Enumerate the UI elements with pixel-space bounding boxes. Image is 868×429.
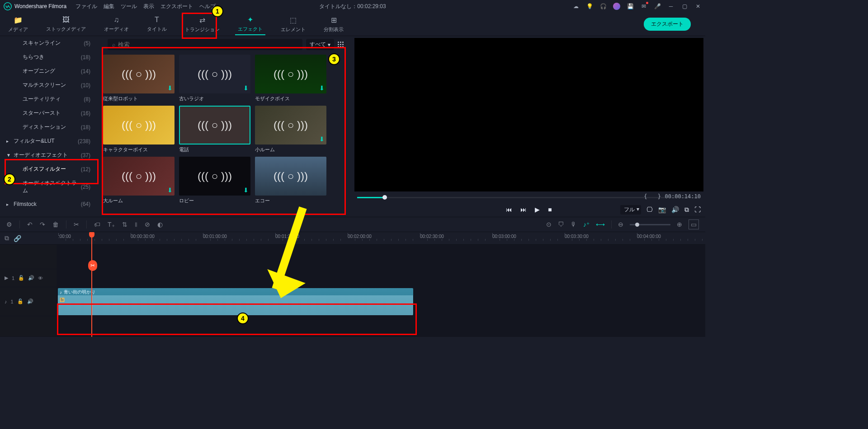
- timeline-ruler[interactable]: :00:0000:00:30:0000:01:00:0000:01:30:000…: [57, 232, 705, 244]
- tab-media[interactable]: 📁メディア: [5, 14, 31, 35]
- playhead[interactable]: [91, 232, 92, 337]
- download-icon[interactable]: ⬇: [243, 187, 249, 194]
- effect-thumb[interactable]: ((( ○ )))⬇ロビー: [179, 157, 250, 204]
- fit-icon[interactable]: ▭: [689, 219, 699, 229]
- mail-icon[interactable]: ✉: [640, 3, 647, 10]
- sidebar-item[interactable]: スターバースト(16): [0, 106, 99, 120]
- avatar-icon[interactable]: [613, 3, 620, 10]
- sidebar-item[interactable]: フィルター&LUT(238): [0, 134, 99, 148]
- bars-icon[interactable]: ⦀: [135, 221, 137, 228]
- delete-button[interactable]: 🗑: [52, 221, 59, 228]
- effect-thumb[interactable]: ((( ○ )))キャラクターボイス: [103, 106, 175, 153]
- effect-thumb[interactable]: ((( ○ )))エコー: [255, 157, 326, 204]
- fullscreen-icon[interactable]: ⛶: [694, 206, 701, 213]
- search-input[interactable]: ⌕: [108, 39, 302, 50]
- video-track-body[interactable]: [57, 269, 705, 287]
- sidebar-item[interactable]: ボイスフィルター(12): [0, 162, 99, 176]
- minimize-button[interactable]: ─: [667, 3, 675, 10]
- color-icon[interactable]: ◐: [157, 221, 163, 228]
- tag-icon[interactable]: 🏷: [94, 221, 100, 228]
- prev-frame-button[interactable]: ⏮: [506, 206, 512, 213]
- effect-thumb[interactable]: ((( ○ )))電話: [179, 106, 250, 153]
- camera-icon[interactable]: 📷: [658, 206, 666, 213]
- effect-sidebar[interactable]: スキャンライン(5)ちらつき(18)オープニング(14)マルチスクリーン(10)…: [0, 36, 99, 217]
- monitor-icon[interactable]: 🖵: [646, 206, 653, 213]
- undo-button[interactable]: ↶: [27, 221, 33, 228]
- menu-view[interactable]: 表示: [143, 3, 154, 10]
- effect-thumb[interactable]: ((( ○ )))⬇モザイクボイス: [255, 55, 326, 102]
- sidebar-item[interactable]: ユーティリティ(8): [0, 92, 99, 106]
- text-add-icon[interactable]: T₊: [108, 221, 115, 228]
- sidebar-item[interactable]: ディストーション(18): [0, 120, 99, 134]
- mute-icon[interactable]: 🔊: [28, 275, 34, 281]
- sidebar-item[interactable]: Filmstock(64): [0, 198, 99, 210]
- headset-icon[interactable]: 🎧: [599, 3, 607, 10]
- menu-tools[interactable]: ツール: [121, 3, 137, 10]
- tab-title[interactable]: Tタイトル: [144, 14, 170, 34]
- audio-clip[interactable]: ♪青い街の明かり fx: [58, 288, 413, 315]
- cut-button[interactable]: ✂: [74, 221, 79, 228]
- menu-export[interactable]: エクスポート: [160, 3, 193, 10]
- zoom-in-button[interactable]: ⊕: [677, 221, 682, 228]
- speed-icon[interactable]: ⊘: [145, 221, 150, 228]
- volume-icon[interactable]: 🔊: [671, 206, 679, 213]
- effect-thumb[interactable]: ((( ○ )))⬇従来型ロボット: [103, 55, 175, 102]
- sidebar-item[interactable]: スキャンライン(5): [0, 36, 99, 50]
- stop-button[interactable]: ■: [548, 206, 552, 213]
- menu-edit[interactable]: 編集: [104, 3, 114, 10]
- download-icon[interactable]: ⬇: [319, 135, 325, 143]
- sidebar-item[interactable]: ちらつき(18): [0, 50, 99, 64]
- zoom-out-button[interactable]: ⊖: [618, 221, 623, 228]
- search-field[interactable]: [118, 41, 298, 48]
- zoom-slider[interactable]: [630, 224, 670, 225]
- cloud-icon[interactable]: ☁: [572, 3, 580, 10]
- save-icon[interactable]: 💾: [627, 3, 634, 10]
- tab-effect[interactable]: ✦エフェクト: [235, 14, 265, 35]
- mic-icon[interactable]: 🎤: [654, 3, 661, 10]
- mute2-icon[interactable]: 🔊: [27, 298, 33, 304]
- bulb-icon[interactable]: 💡: [586, 3, 593, 10]
- audio-track-body[interactable]: ♪青い街の明かり fx: [57, 287, 705, 316]
- next-frame-button[interactable]: ⏭: [520, 206, 527, 213]
- grid-view-icon[interactable]: [338, 42, 344, 47]
- shield-icon[interactable]: ⛉: [558, 221, 564, 228]
- quality-dropdown[interactable]: フル: [620, 205, 641, 214]
- tab-stock[interactable]: 🖼ストックメディア: [43, 14, 89, 34]
- close-button[interactable]: ✕: [694, 3, 702, 10]
- effect-thumb[interactable]: ((( ○ )))⬇古いラジオ: [179, 55, 250, 102]
- export-button[interactable]: エクスポート: [644, 18, 691, 31]
- scissor-marker[interactable]: ✂: [88, 260, 97, 271]
- download-icon[interactable]: ⬇: [319, 84, 325, 92]
- lock-icon[interactable]: 🔓: [18, 275, 24, 281]
- sidebar-item[interactable]: オーディオエフェクト(37): [0, 148, 99, 162]
- target-icon[interactable]: ⊙: [546, 221, 552, 228]
- tab-split[interactable]: ⊞分割表示: [321, 14, 346, 35]
- maximize-button[interactable]: ▢: [681, 3, 688, 10]
- tab-audio[interactable]: ♫オーディオ: [101, 14, 132, 34]
- filter-dropdown[interactable]: すべて▾: [306, 39, 334, 50]
- mark-brackets[interactable]: { }: [644, 193, 665, 200]
- duplicate-icon[interactable]: ⧉: [5, 234, 9, 242]
- settings-icon[interactable]: ⚙: [6, 221, 12, 228]
- mic2-icon[interactable]: 🎙: [571, 221, 577, 228]
- music-tool-icon[interactable]: ♪⁺: [583, 221, 590, 228]
- link-icon[interactable]: 🔗: [14, 235, 21, 242]
- sidebar-item[interactable]: マルチスクリーン(10): [0, 78, 99, 92]
- sidebar-item[interactable]: オープニング(14): [0, 64, 99, 78]
- tab-element[interactable]: ⬚エレメント: [278, 14, 308, 35]
- preview-scrubber[interactable]: { } 00:00:14:10: [357, 193, 701, 202]
- redo-button[interactable]: ↷: [40, 221, 45, 228]
- effect-thumb[interactable]: ((( ○ )))⬇大ルーム: [103, 157, 175, 204]
- download-icon[interactable]: ⬇: [167, 84, 173, 92]
- pip-icon[interactable]: ⧉: [684, 206, 689, 214]
- lock2-icon[interactable]: 🔓: [17, 298, 24, 304]
- snap-icon[interactable]: ⟷: [596, 221, 605, 228]
- adjust-icon[interactable]: ⇅: [122, 221, 127, 228]
- eye-icon[interactable]: 👁: [38, 275, 43, 281]
- play-button[interactable]: ▶: [535, 206, 540, 213]
- preview-canvas[interactable]: [354, 38, 703, 191]
- download-icon[interactable]: ⬇: [167, 187, 173, 194]
- download-icon[interactable]: ⬇: [243, 84, 249, 92]
- effect-thumb[interactable]: ((( ○ )))⬇小ルーム: [255, 106, 326, 153]
- menu-file[interactable]: ファイル: [75, 3, 97, 10]
